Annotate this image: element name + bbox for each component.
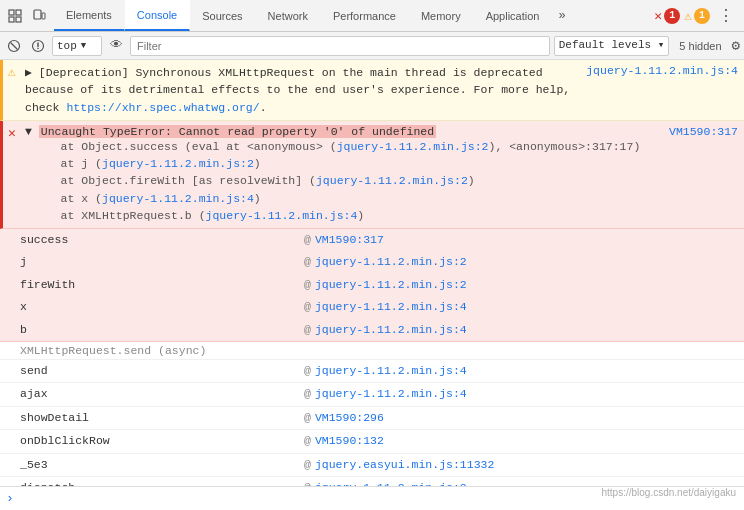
- warning-location[interactable]: jquery-1.11.2.min.js:4: [586, 64, 738, 77]
- tab-application[interactable]: Application: [474, 0, 553, 31]
- log-row-ajax: ajax @ jquery-1.11.2.min.js:4: [0, 383, 744, 406]
- log-level-selector[interactable]: Default levels ▾: [554, 36, 670, 56]
- pause-on-exceptions-icon[interactable]: [28, 36, 48, 56]
- stack-link-3[interactable]: jquery-1.11.2.min.js:2: [316, 174, 468, 187]
- tab-memory[interactable]: Memory: [409, 0, 474, 31]
- async-label: XMLHttpRequest.send (async): [0, 342, 744, 360]
- log-row-dispatch: dispatch @ jquery-1.11.2.min.js:3: [0, 477, 744, 486]
- svg-rect-1: [16, 10, 21, 15]
- tab-end-controls: ✕ 1 ⚠ 1 ⋮: [654, 0, 744, 31]
- preserve-log-icon[interactable]: 👁: [106, 36, 126, 56]
- warning-count[interactable]: ⚠ 1: [684, 8, 710, 24]
- more-tabs-button[interactable]: »: [552, 0, 571, 31]
- tab-sources[interactable]: Sources: [190, 0, 255, 31]
- error-message: ✕ ▼ Uncaught TypeError: Cannot read prop…: [0, 121, 744, 229]
- link-vm1590-317[interactable]: VM1590:317: [315, 231, 384, 249]
- link-easyui[interactable]: jquery.easyui.min.js:11332: [315, 456, 494, 474]
- svg-rect-3: [16, 17, 21, 22]
- tab-console[interactable]: Console: [125, 0, 190, 31]
- log-section: XMLHttpRequest.send (async) send @ jquer…: [0, 342, 744, 486]
- stack-link-4[interactable]: jquery-1.11.2.min.js:4: [102, 192, 254, 205]
- console-output: ⚠ ▶ [Deprecation] Synchronous XMLHttpReq…: [0, 60, 744, 486]
- tab-performance[interactable]: Performance: [321, 0, 409, 31]
- device-icon[interactable]: [28, 5, 50, 27]
- devtools-controls: [0, 0, 54, 31]
- tab-elements[interactable]: Elements: [54, 0, 125, 31]
- stack-row-success: success @ VM1590:317: [0, 229, 744, 251]
- error-title: Uncaught TypeError: Cannot read property…: [39, 125, 436, 138]
- link-jquery-3[interactable]: jquery-1.11.2.min.js:4: [315, 298, 467, 316]
- stack-row-j: j @ jquery-1.11.2.min.js:2: [0, 251, 744, 273]
- svg-rect-4: [34, 10, 41, 19]
- error-location[interactable]: VM1590:317: [669, 125, 738, 138]
- stack-row-firewith: fireWith @ jquery-1.11.2.min.js:2: [0, 274, 744, 296]
- link-showdetail[interactable]: VM1590:296: [315, 409, 384, 427]
- error-icon: ✕: [8, 125, 16, 141]
- inspect-icon[interactable]: [4, 5, 26, 27]
- link-ondblclickrow[interactable]: VM1590:132: [315, 432, 384, 450]
- more-options-icon[interactable]: ⋮: [714, 6, 738, 26]
- prompt-icon: ›: [6, 491, 14, 506]
- link-jquery-4[interactable]: jquery-1.11.2.min.js:4: [315, 321, 467, 339]
- link-dispatch[interactable]: jquery-1.11.2.min.js:3: [315, 479, 467, 486]
- stack-link-5[interactable]: jquery-1.11.2.min.js:4: [206, 209, 358, 222]
- log-row-showdetail: showDetail @ VM1590:296: [0, 407, 744, 430]
- link-send[interactable]: jquery-1.11.2.min.js:4: [315, 362, 467, 380]
- stack-link-1[interactable]: jquery-1.11.2.min.js:2: [337, 140, 489, 153]
- stack-row-b: b @ jquery-1.11.2.min.js:4: [0, 319, 744, 341]
- filter-input[interactable]: [130, 36, 550, 56]
- context-dropdown-arrow: ▼: [81, 41, 86, 51]
- console-settings-icon[interactable]: ⚙: [732, 37, 740, 54]
- log-row-send: send @ jquery-1.11.2.min.js:4: [0, 360, 744, 383]
- warning-message: ⚠ ▶ [Deprecation] Synchronous XMLHttpReq…: [0, 60, 744, 121]
- svg-rect-0: [9, 10, 14, 15]
- svg-rect-2: [9, 17, 14, 22]
- stack-row-x: x @ jquery-1.11.2.min.js:4: [0, 296, 744, 318]
- call-stack-section: success @ VM1590:317 j @ jquery-1.11.2.m…: [0, 229, 744, 342]
- clear-console-icon[interactable]: [4, 36, 24, 56]
- warning-icon: ⚠: [8, 64, 16, 80]
- tab-bar: Elements Console Sources Network Perform…: [0, 0, 744, 32]
- link-ajax[interactable]: jquery-1.11.2.min.js:4: [315, 385, 467, 403]
- hidden-count: 5 hidden: [673, 40, 727, 52]
- context-selector[interactable]: top ▼: [52, 36, 102, 56]
- error-count[interactable]: ✕ 1: [654, 8, 680, 24]
- deprecation-link[interactable]: https://xhr.spec.whatwg.org/: [66, 101, 259, 114]
- svg-point-10: [37, 47, 39, 49]
- console-toolbar: top ▼ 👁 Default levels ▾ 5 hidden ⚙: [0, 32, 744, 60]
- stack-link-2[interactable]: jquery-1.11.2.min.js:2: [102, 157, 254, 170]
- tab-network[interactable]: Network: [256, 0, 321, 31]
- log-row-ondblclickrow: onDblClickRow @ VM1590:132: [0, 430, 744, 453]
- link-jquery-2[interactable]: jquery-1.11.2.min.js:2: [315, 276, 467, 294]
- svg-line-7: [11, 42, 18, 49]
- link-jquery-1[interactable]: jquery-1.11.2.min.js:2: [315, 253, 467, 271]
- log-row-5e3: _5e3 @ jquery.easyui.min.js:11332: [0, 454, 744, 477]
- svg-rect-5: [42, 13, 45, 19]
- watermark: https://blog.csdn.net/daiyigaku: [601, 487, 736, 498]
